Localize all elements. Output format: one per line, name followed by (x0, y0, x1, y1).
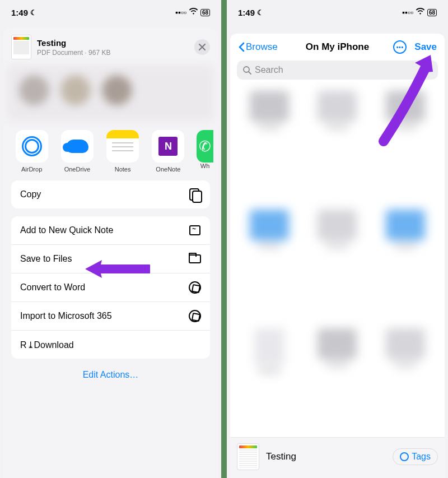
file-title: Testing (37, 38, 189, 48)
status-bar: 1:49 ☾ ▪▪▫▫ 68 (227, 0, 448, 25)
status-bar: 1:49 ☾ ▪▪▫▫ 68 (0, 0, 221, 25)
ellipsis-icon: ••• (396, 44, 404, 50)
file-thumbnail (237, 443, 259, 470)
contacts-row[interactable] (7, 65, 214, 121)
search-placeholder: Search (255, 65, 283, 75)
back-button[interactable]: Browse (238, 41, 278, 53)
onedrive-icon (66, 140, 88, 153)
action-copy[interactable]: Copy (11, 180, 210, 208)
action-download[interactable]: R⤓Download (11, 331, 210, 359)
tags-label: Tags (412, 452, 431, 462)
action-label: Add to New Quick Note (20, 225, 113, 235)
app-onedrive[interactable]: OneDrive (60, 130, 94, 173)
chevron-left-icon (238, 42, 245, 52)
office-icon (189, 310, 201, 322)
tags-button[interactable]: Tags (393, 448, 438, 465)
onenote-icon: N (158, 137, 178, 156)
status-time: 1:49 (11, 8, 28, 17)
app-label: Wh (197, 163, 213, 169)
back-label: Browse (246, 41, 278, 53)
app-notes[interactable]: Notes (106, 130, 140, 173)
action-label: R⤓Download (20, 340, 74, 350)
search-input[interactable]: Search (237, 61, 438, 80)
right-phone-files-save: 1:49 ☾ ▪▪▫▫ 68 Browse On My iPhone ••• S… (227, 0, 448, 478)
contact-avatar[interactable] (102, 75, 132, 105)
share-sheet: Testing PDF Document · 967 KB AirDrop On… (3, 28, 218, 478)
share-header: Testing PDF Document · 967 KB (3, 28, 218, 65)
status-time: 1:49 (238, 8, 255, 17)
app-label: Notes (106, 166, 140, 173)
app-label: OneNote (151, 166, 185, 173)
action-import-365[interactable]: Import to Microsoft 365 (11, 302, 210, 331)
battery-icon: 68 (200, 9, 210, 16)
app-whatsapp[interactable]: ✆ Wh (197, 130, 213, 173)
action-label: Save to Files (20, 254, 72, 264)
action-card-main: Add to New Quick Note Save to Files Conv… (11, 216, 210, 359)
action-convert-word[interactable]: Convert to Word (11, 273, 210, 302)
action-label: Convert to Word (20, 282, 85, 293)
apps-row: AirDrop OneDrive Notes N OneNote ✆ Wh (3, 127, 218, 180)
action-save-to-files[interactable]: Save to Files (11, 245, 210, 273)
app-onenote[interactable]: N OneNote (151, 130, 185, 173)
airdrop-icon (22, 136, 42, 156)
whatsapp-icon: ✆ (197, 130, 213, 163)
app-label: AirDrop (15, 166, 49, 173)
office-icon (189, 281, 201, 294)
wifi-icon (189, 8, 198, 17)
edit-actions-link[interactable]: Edit Actions… (83, 370, 139, 379)
notes-icon (106, 130, 139, 163)
close-button[interactable] (194, 39, 210, 55)
contact-avatar[interactable] (60, 75, 91, 105)
action-card-copy: Copy (11, 180, 210, 208)
save-button[interactable]: Save (414, 41, 437, 53)
contact-avatar[interactable] (19, 75, 49, 105)
download-icon (189, 338, 201, 351)
app-airdrop[interactable]: AirDrop (15, 130, 49, 173)
search-icon (242, 66, 251, 75)
folders-grid[interactable] (230, 85, 445, 437)
action-quick-note[interactable]: Add to New Quick Note (11, 216, 210, 245)
quick-note-icon (189, 225, 200, 235)
file-thumbnail (11, 35, 31, 59)
more-button[interactable]: ••• (393, 40, 407, 54)
app-label: OneDrive (60, 166, 94, 173)
save-file-name[interactable]: Testing (266, 451, 386, 462)
left-phone-share-sheet: 1:49 ☾ ▪▪▫▫ 68 Testing PDF Document · 96… (0, 0, 221, 478)
dnd-moon-icon: ☾ (30, 8, 37, 17)
dnd-moon-icon: ☾ (257, 8, 264, 17)
battery-icon: 68 (427, 9, 437, 16)
signal-icon: ▪▪▫▫ (402, 8, 413, 17)
copy-icon (189, 188, 200, 201)
nav-title: On My iPhone (306, 41, 369, 53)
file-subtitle: PDF Document · 967 KB (37, 49, 189, 57)
save-bottom-bar: Testing Tags (230, 437, 445, 478)
files-save-sheet: Browse On My iPhone ••• Save Search (230, 34, 445, 478)
action-label: Import to Microsoft 365 (20, 311, 112, 321)
folder-icon (189, 254, 201, 263)
tag-icon (400, 452, 409, 461)
wifi-icon (416, 8, 425, 17)
signal-icon: ▪▪▫▫ (175, 8, 186, 17)
files-nav-bar: Browse On My iPhone ••• Save (230, 34, 445, 58)
action-label: Copy (20, 189, 41, 199)
